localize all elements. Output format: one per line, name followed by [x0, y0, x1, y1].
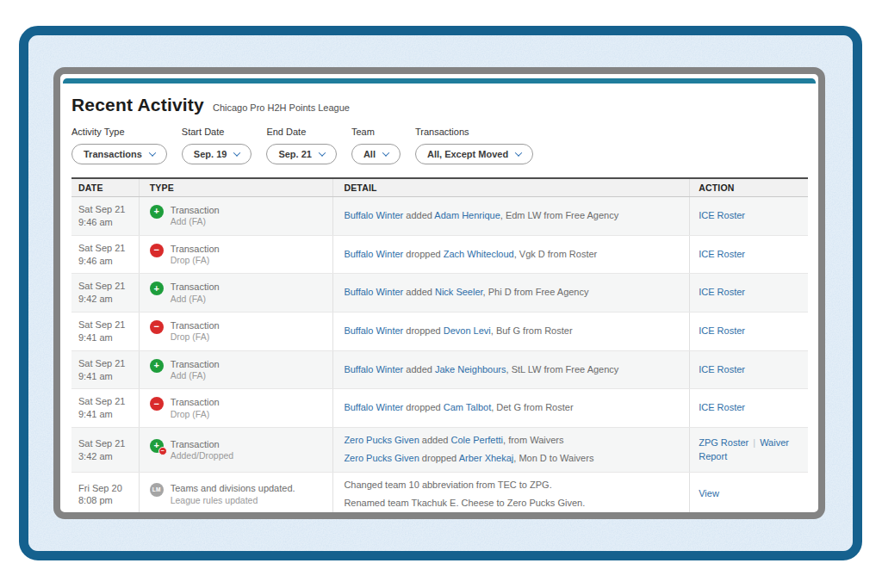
type-label: Transaction [171, 358, 220, 370]
action-link[interactable]: View [699, 488, 719, 498]
detail-text: dropped [403, 325, 443, 336]
chevron-down-icon [515, 149, 522, 156]
type-cell: +TransactionAdd (FA) [140, 274, 334, 312]
row-time: 9:46 am [78, 216, 139, 229]
action-cell: ICE Roster [690, 236, 808, 274]
detail-text: , from Waivers [503, 435, 564, 445]
table-row: Sat Sep 219:41 am+TransactionAdd (FA)Buf… [71, 351, 808, 390]
minus-glyph: − [150, 244, 164, 257]
type-cell: +−TransactionAdded/Dropped [140, 428, 334, 472]
row-date: Sat Sep 21 [78, 395, 139, 408]
detail-text: , Mon D to Waivers [513, 453, 593, 463]
detail-line: Buffalo Winter dropped Zach Whitecloud, … [344, 248, 689, 262]
action-cell: ICE Roster [690, 274, 808, 312]
page-content: Recent Activity Chicago Pro H2H Points L… [60, 84, 818, 519]
action-links: ZPG Roster|Waiver Report [699, 436, 808, 464]
detail-text: , Vgk D from Roster [514, 249, 598, 259]
detail-text: , StL LW from Free Agency [506, 364, 619, 374]
detail-link[interactable]: Zach Whitecloud [444, 249, 514, 259]
detail-link[interactable]: Buffalo Winter [344, 402, 403, 412]
detail-link[interactable]: Zero Pucks Given [344, 453, 419, 463]
type-label: Transaction [171, 319, 220, 331]
action-cell: ICE Roster [690, 197, 808, 235]
row-time: 3:42 am [78, 450, 139, 463]
action-link[interactable]: ICE Roster [699, 402, 745, 412]
table-row: Sat Sep 219:42 am+TransactionAdd (FA)Buf… [71, 274, 808, 313]
type-cell: −TransactionDrop (FA) [140, 389, 334, 427]
type-wrap: −TransactionDrop (FA) [150, 396, 333, 420]
team-dropdown[interactable]: All [351, 144, 401, 164]
row-date: Sat Sep 21 [78, 242, 139, 255]
plus-glyph: + [150, 205, 164, 219]
table-row: Thu Sep 199:47 pmLMTeams and divisions u… [71, 517, 808, 519]
detail-link[interactable]: Buffalo Winter [344, 210, 403, 220]
filter-label: Start Date [182, 127, 252, 137]
action-links: ICE Roster [699, 401, 808, 415]
date-cell: Sat Sep 219:42 am [71, 274, 140, 312]
dropdown-value: Sep. 21 [278, 149, 312, 159]
column-header-detail: DETAIL [333, 179, 690, 196]
type-cell: +TransactionAdd (FA) [140, 197, 334, 235]
detail-line: Zero Pucks Given dropped Arber Xhekaj, M… [344, 452, 689, 466]
type-label: Transaction [171, 243, 220, 255]
action-link[interactable]: ICE Roster [699, 249, 745, 259]
action-link[interactable]: ZPG Roster [699, 437, 748, 448]
detail-link[interactable]: Zero Pucks Given [344, 435, 419, 445]
type-sublabel: Add (FA) [171, 216, 220, 228]
detail-link[interactable]: Arber Xhekaj [459, 453, 514, 463]
date-cell: Sat Sep 219:46 am [71, 236, 140, 274]
lm-icon: LM [150, 483, 164, 497]
action-link[interactable]: ICE Roster [699, 287, 745, 297]
row-date: Sat Sep 21 [78, 319, 139, 331]
row-time: 9:41 am [78, 408, 139, 421]
detail-cell: Renamed team Tyler 's Talented Team to P… [333, 517, 690, 519]
activity-type-dropdown[interactable]: Transactions [71, 144, 167, 164]
detail-link[interactable]: Jake Neighbours [435, 364, 506, 374]
detail-text: dropped [403, 402, 443, 412]
minus-glyph: − [150, 397, 164, 411]
action-link[interactable]: ICE Roster [699, 325, 745, 336]
action-cell: ZPG Roster|Waiver Report [690, 428, 808, 472]
action-link[interactable]: ICE Roster [699, 210, 745, 220]
start-date-dropdown[interactable]: Sep. 19 [182, 144, 252, 164]
detail-link[interactable]: Buffalo Winter [344, 287, 403, 297]
filter-label: Team [351, 127, 401, 137]
column-header-action: ACTION [690, 179, 808, 196]
action-links: View [699, 487, 808, 501]
filter-label: Activity Type [71, 127, 167, 137]
table-row: Sat Sep 219:41 am−TransactionDrop (FA)Bu… [71, 389, 808, 428]
column-header-date: DATE [71, 179, 140, 196]
filter-activity-type: Activity Type Transactions [71, 127, 167, 164]
detail-text: added [403, 210, 434, 220]
type-label: Transaction [171, 438, 234, 450]
detail-line: Buffalo Winter added Jake Neighbours, St… [344, 363, 689, 377]
detail-link[interactable]: Cole Perfetti [451, 435, 504, 445]
detail-line: Zero Pucks Given added Cole Perfetti, fr… [344, 434, 689, 448]
detail-line: Buffalo Winter dropped Cam Talbot, Det G… [344, 401, 689, 415]
detail-link[interactable]: Buffalo Winter [344, 249, 403, 259]
action-link[interactable]: ICE Roster [699, 364, 745, 374]
detail-link[interactable]: Buffalo Winter [344, 325, 403, 336]
end-date-dropdown[interactable]: Sep. 21 [266, 144, 337, 164]
plus-glyph: + [150, 359, 164, 373]
add-icon: + [150, 359, 164, 373]
detail-text: added [403, 287, 435, 297]
detail-link[interactable]: Buffalo Winter [344, 364, 403, 374]
detail-cell: Buffalo Winter dropped Zach Whitecloud, … [333, 236, 690, 274]
type-cell: +TransactionAdd (FA) [140, 351, 334, 389]
type-wrap: LMTeams and divisions updated.League rul… [150, 482, 333, 506]
detail-link[interactable]: Devon Levi [444, 325, 491, 336]
transactions-dropdown[interactable]: All, Except Moved [415, 144, 533, 164]
type-label: Transaction [171, 281, 220, 293]
detail-link[interactable]: Nick Seeler [435, 287, 483, 297]
detail-link[interactable]: Adam Henrique [434, 210, 500, 220]
row-date: Sat Sep 21 [78, 437, 139, 450]
type-cell: LMTeams and divisions updated.League rul… [140, 517, 334, 519]
dropdown-value: Sep. 19 [194, 149, 227, 159]
detail-link[interactable]: Cam Talbot [444, 402, 491, 412]
date-cell: Sat Sep 219:41 am [71, 351, 140, 389]
add-icon: + [150, 205, 164, 219]
table-header-row: DATE TYPE DETAIL ACTION [71, 179, 808, 197]
date-cell: Sat Sep 219:41 am [71, 313, 140, 350]
dropdown-value: All, Except Moved [427, 149, 508, 159]
